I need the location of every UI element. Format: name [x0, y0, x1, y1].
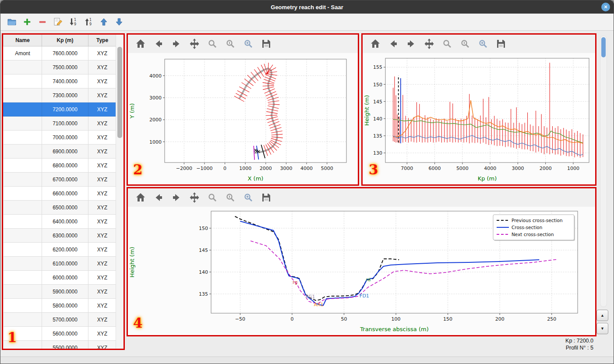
- cell-name[interactable]: [4, 74, 42, 88]
- cell-name[interactable]: [4, 229, 42, 243]
- sort-descending-button[interactable]: 19: [66, 15, 80, 28]
- column-header[interactable]: Name: [4, 35, 42, 46]
- table-row[interactable]: 5700.0000XYZ: [4, 313, 116, 327]
- cell-kp[interactable]: 7100.0000: [42, 117, 88, 131]
- cell-type[interactable]: XYZ: [88, 102, 116, 117]
- cell-kp[interactable]: 6600.0000: [42, 187, 88, 201]
- cell-name[interactable]: [4, 173, 42, 187]
- cell-name[interactable]: [4, 215, 42, 229]
- cell-name[interactable]: [4, 102, 42, 117]
- pan-button[interactable]: [188, 37, 201, 50]
- table-row[interactable]: 5800.0000XYZ: [4, 299, 116, 313]
- column-header[interactable]: Kp (m): [42, 35, 88, 46]
- table-row[interactable]: 7500.0000XYZ: [4, 60, 116, 74]
- cell-type[interactable]: XYZ: [88, 88, 116, 102]
- title-bar[interactable]: Geometry reach edit - Saar ×: [0, 0, 614, 14]
- cell-kp[interactable]: 5600.0000: [42, 327, 88, 341]
- table-row[interactable]: 7100.0000XYZ: [4, 117, 116, 131]
- cell-kp[interactable]: 6800.0000: [42, 159, 88, 173]
- forward-button[interactable]: [170, 191, 183, 204]
- move-up-button[interactable]: [97, 15, 111, 28]
- cell-type[interactable]: XYZ: [88, 243, 116, 257]
- cell-kp[interactable]: 7000.0000: [42, 131, 88, 145]
- cell-type[interactable]: XYZ: [88, 285, 116, 299]
- table-row[interactable]: Amont7600.0000XYZ: [4, 46, 116, 60]
- profile-canvas[interactable]: 7000600050004000300020001000130135140145…: [363, 53, 595, 184]
- home-button[interactable]: [134, 37, 147, 50]
- cell-name[interactable]: [4, 257, 42, 271]
- cell-kp[interactable]: 6400.0000: [42, 215, 88, 229]
- cell-name[interactable]: [4, 201, 42, 215]
- cell-name[interactable]: [4, 131, 42, 145]
- subplots-button[interactable]: [224, 191, 237, 204]
- edit-profile-button[interactable]: [51, 15, 65, 28]
- cell-kp[interactable]: 7500.0000: [42, 60, 88, 74]
- forward-button[interactable]: [170, 37, 183, 50]
- cell-kp[interactable]: 7300.0000: [42, 88, 88, 102]
- cross-section-plot[interactable]: −50050100150200250135140145150rgFG1AX1FD…: [128, 207, 595, 335]
- table-row[interactable]: 6800.0000XYZ: [4, 159, 116, 173]
- customize-button[interactable]: [476, 37, 490, 50]
- add-profile-button[interactable]: [20, 15, 34, 28]
- cell-type[interactable]: XYZ: [88, 74, 116, 88]
- cell-name[interactable]: [4, 145, 42, 159]
- cross-canvas[interactable]: −50050100150200250135140145150rgFG1AX1FD…: [128, 207, 595, 335]
- cell-type[interactable]: XYZ: [88, 131, 116, 145]
- cell-type[interactable]: XYZ: [88, 313, 116, 327]
- cell-name[interactable]: [4, 299, 42, 313]
- table-row[interactable]: 6900.0000XYZ: [4, 145, 116, 159]
- cell-type[interactable]: XYZ: [88, 145, 116, 159]
- profile-up-button[interactable]: ▲: [596, 310, 608, 321]
- zoom-button[interactable]: [206, 191, 219, 204]
- cell-kp[interactable]: 7200.0000: [42, 102, 88, 117]
- subplots-button[interactable]: [459, 37, 472, 50]
- cell-type[interactable]: XYZ: [88, 271, 116, 285]
- save-button[interactable]: [260, 37, 273, 50]
- cell-type[interactable]: XYZ: [88, 46, 116, 60]
- table-row[interactable]: 5600.0000XYZ: [4, 327, 116, 341]
- forward-button[interactable]: [405, 37, 418, 50]
- cell-type[interactable]: XYZ: [88, 229, 116, 243]
- cell-kp[interactable]: 5800.0000: [42, 299, 88, 313]
- home-button[interactable]: [134, 191, 147, 204]
- home-button[interactable]: [369, 37, 382, 50]
- cell-name[interactable]: [4, 285, 42, 299]
- cell-type[interactable]: XYZ: [88, 299, 116, 313]
- table-row[interactable]: 7000.0000XYZ: [4, 131, 116, 145]
- cell-name[interactable]: [4, 159, 42, 173]
- cell-type[interactable]: XYZ: [88, 60, 116, 74]
- cell-type[interactable]: XYZ: [88, 201, 116, 215]
- cell-name[interactable]: [4, 243, 42, 257]
- table-row[interactable]: 6700.0000XYZ: [4, 173, 116, 187]
- cell-kp[interactable]: 6000.0000: [42, 271, 88, 285]
- cell-name[interactable]: [4, 117, 42, 131]
- longitudinal-profile-plot[interactable]: 7000600050004000300020001000130135140145…: [363, 53, 595, 184]
- table-scrollbar[interactable]: [116, 35, 124, 349]
- save-button[interactable]: [494, 37, 508, 50]
- table-row[interactable]: 6200.0000XYZ: [4, 243, 116, 257]
- cell-kp[interactable]: 6900.0000: [42, 145, 88, 159]
- table-row[interactable]: 7400.0000XYZ: [4, 74, 116, 88]
- zoom-button[interactable]: [206, 37, 219, 50]
- cell-type[interactable]: XYZ: [88, 159, 116, 173]
- zoom-button[interactable]: [441, 37, 454, 50]
- table-row[interactable]: 7300.0000XYZ: [4, 88, 116, 102]
- cell-name[interactable]: Amont: [4, 46, 42, 60]
- table-row[interactable]: 7200.0000XYZ: [4, 102, 116, 117]
- window-scrollbar[interactable]: [600, 35, 607, 307]
- open-file-button[interactable]: [5, 15, 19, 28]
- cell-name[interactable]: [4, 60, 42, 74]
- cell-type[interactable]: XYZ: [88, 117, 116, 131]
- close-icon[interactable]: ×: [601, 3, 610, 11]
- cell-kp[interactable]: 6200.0000: [42, 243, 88, 257]
- cell-kp[interactable]: 6300.0000: [42, 229, 88, 243]
- cell-name[interactable]: [4, 271, 42, 285]
- sort-ascending-button[interactable]: 19: [81, 15, 95, 28]
- table-row[interactable]: 6100.0000XYZ: [4, 257, 116, 271]
- table-row[interactable]: 5500.0000XYZ: [4, 341, 116, 349]
- plan-view-plot[interactable]: −2000−1000010002000300040005000100020003…: [128, 53, 358, 184]
- cell-kp[interactable]: 6700.0000: [42, 173, 88, 187]
- plan-canvas[interactable]: −2000−1000010002000300040005000100020003…: [128, 53, 358, 184]
- window-scrollbar-thumb[interactable]: [601, 37, 606, 57]
- pan-button[interactable]: [188, 191, 201, 204]
